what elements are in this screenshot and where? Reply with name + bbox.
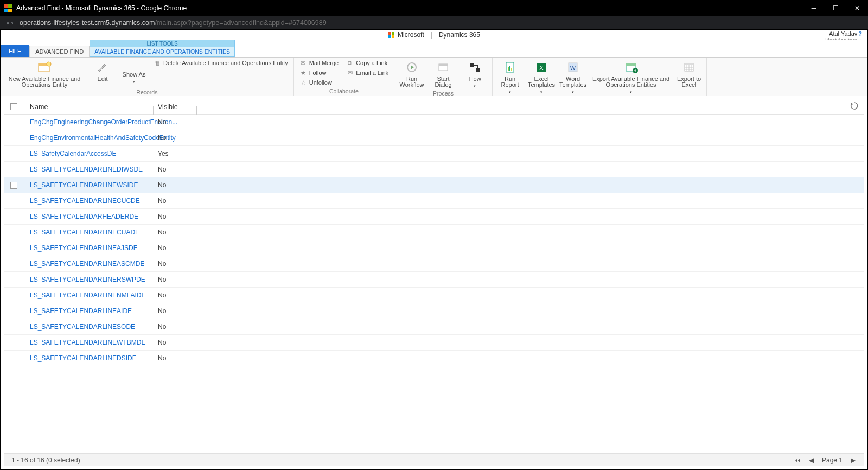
excel-templates-button[interactable]: X Excel Templates▾: [527, 59, 556, 96]
svg-rect-17: [626, 63, 636, 66]
edit-icon: [95, 60, 110, 75]
svg-text:W: W: [570, 65, 576, 71]
follow-button[interactable]: ★Follow: [297, 68, 341, 77]
table-row[interactable]: LS_SAFETYCALENDARLINEDSIDENo: [4, 351, 864, 366]
entity-link[interactable]: LS_SAFETYCALENDARLINECUADE: [30, 228, 139, 236]
brand-microsoft: Microsoft: [398, 31, 424, 39]
table-row[interactable]: LS_SafetyCalendarAccessDEYes: [4, 146, 864, 162]
entity-link[interactable]: LS_SAFETYCALENDARLINENMFAIDE: [30, 291, 145, 299]
entity-link[interactable]: LS_SAFETYCALENDARLINEAJSDE: [30, 244, 138, 252]
table-row[interactable]: LS_SAFETYCALENDARLINEAJSDENo: [4, 240, 864, 256]
brand-separator: |: [431, 31, 432, 39]
tab-available-entities[interactable]: AVAILABLE FINANCE AND OPERATIONS ENTITIE…: [90, 47, 234, 56]
run-report-button[interactable]: Run Report▾: [496, 59, 524, 96]
grid-header: Name Visible: [4, 99, 864, 115]
svg-rect-11: [511, 68, 512, 71]
row-checkbox[interactable]: [10, 182, 17, 189]
ribbon-group-data: Run Report▾ X Excel Templates▾ W Word Te…: [493, 58, 707, 96]
site-security-icon[interactable]: ⧟: [5, 19, 14, 27]
window-app-icon: [3, 4, 12, 12]
export-excel-button[interactable]: Export to Excel: [675, 59, 703, 89]
email-link-icon: ✉: [346, 69, 354, 77]
show-as-icon: [126, 60, 142, 71]
edit-button[interactable]: Edit: [88, 59, 117, 83]
table-row[interactable]: LS_SAFETYCALENDARHEADERDENo: [4, 209, 864, 225]
export-entities-button[interactable]: Export Available Finance and Operations …: [590, 59, 672, 96]
start-dialog-button[interactable]: Start Dialog: [429, 59, 457, 89]
grid-body[interactable]: EngChgEngineeringChangeOrderProductEnvir…: [4, 115, 864, 453]
visible-cell: No: [154, 197, 197, 205]
dynamics-app: Microsoft | Dynamics 365 Atul Yadav? lif…: [0, 29, 868, 470]
column-header-name[interactable]: Name: [25, 103, 154, 111]
refresh-icon[interactable]: [850, 101, 859, 110]
user-name: Atul Yadav: [829, 30, 857, 37]
table-row[interactable]: LS_SAFETYCALENDARLINEASCMDENo: [4, 256, 864, 272]
minimize-button[interactable]: ─: [810, 5, 817, 11]
group-label-collaborate: Collaborate: [329, 88, 359, 96]
visible-cell: No: [154, 307, 197, 315]
table-row[interactable]: LS_SAFETYCALENDARLINENMFAIDENo: [4, 288, 864, 303]
prev-page-button[interactable]: ◀: [808, 456, 815, 464]
tab-advanced-find[interactable]: ADVANCED FIND: [29, 46, 90, 57]
tab-file[interactable]: FILE: [1, 45, 29, 57]
table-row[interactable]: EngChgEngineeringChangeOrderProductEnvir…: [4, 115, 864, 130]
visible-cell: No: [154, 291, 197, 299]
entity-link[interactable]: LS_SAFETYCALENDARLINECUCDE: [30, 197, 140, 205]
tab-context-list-tools[interactable]: LIST TOOLS AVAILABLE FINANCE AND OPERATI…: [90, 40, 235, 57]
flow-button[interactable]: Flow ▾: [461, 59, 489, 90]
table-row[interactable]: EngChgEnvironmentalHealthAndSafetyCodeEn…: [4, 130, 864, 146]
grid-footer: 1 - 16 of 16 (0 selected) ⏮ ◀ Page 1 ▶: [4, 453, 864, 466]
help-icon[interactable]: ?: [858, 30, 862, 37]
mail-merge-button[interactable]: ✉Mail Merge: [297, 59, 341, 67]
entity-link[interactable]: LS_SAFETYCALENDARLINESODE: [30, 323, 135, 331]
entity-link[interactable]: LS_SAFETYCALENDARLINERSWPDE: [30, 276, 145, 283]
entity-link[interactable]: LS_SAFETYCALENDARLINEWSIDE: [30, 181, 138, 189]
table-row[interactable]: LS_SAFETYCALENDARLINECUADENo: [4, 225, 864, 240]
copy-link-button[interactable]: ⧉Copy a Link: [344, 59, 391, 67]
mail-merge-icon: ✉: [299, 59, 307, 67]
table-row[interactable]: LS_SAFETYCALENDARLINEDIWSDENo: [4, 162, 864, 177]
page-label: Page 1: [822, 456, 843, 464]
entity-link[interactable]: LS_SAFETYCALENDARLINEDIWSDE: [30, 166, 143, 173]
column-header-visible[interactable]: Visible: [154, 103, 197, 111]
entity-link[interactable]: LS_SAFETYCALENDARHEADERDE: [30, 213, 138, 220]
table-row[interactable]: LS_SAFETYCALENDARLINESODENo: [4, 319, 864, 335]
visible-cell: No: [154, 354, 197, 362]
entity-link[interactable]: LS_SAFETYCALENDARLINEASCMDE: [30, 260, 144, 268]
word-templates-button[interactable]: W Word Templates▾: [559, 59, 587, 96]
results-grid: Name Visible EngChgEngineeringChangeOrde…: [1, 96, 867, 469]
svg-rect-7: [476, 68, 480, 72]
email-link-button[interactable]: ✉Email a Link: [344, 68, 391, 77]
close-button[interactable]: ✕: [854, 5, 860, 11]
table-row[interactable]: LS_SAFETYCALENDARLINEWSIDENo: [4, 177, 864, 193]
table-row[interactable]: LS_SAFETYCALENDARLINEAIDENo: [4, 303, 864, 319]
select-all-checkbox[interactable]: [10, 103, 17, 110]
show-as-button[interactable]: Show As ▾: [120, 59, 148, 86]
export-excel-icon: [681, 60, 697, 75]
visible-cell: No: [154, 339, 197, 346]
brand-bar: Microsoft | Dynamics 365 Atul Yadav? lif…: [1, 30, 867, 40]
window-title: Advanced Find - Microsoft Dynamics 365 -…: [16, 4, 187, 12]
table-row[interactable]: LS_SAFETYCALENDARLINEWTBMDENo: [4, 335, 864, 351]
entity-link[interactable]: LS_SAFETYCALENDARLINEWTBMDE: [30, 339, 145, 346]
entity-link[interactable]: LS_SAFETYCALENDARLINEAIDE: [30, 307, 132, 315]
delete-entity-button[interactable]: 🗑 Delete Available Finance and Operation…: [151, 59, 290, 67]
maximize-button[interactable]: ☐: [832, 5, 839, 11]
copy-link-icon: ⧉: [346, 59, 354, 67]
unfollow-button[interactable]: ☆Unfollow: [297, 78, 341, 87]
excel-icon: X: [534, 60, 549, 75]
first-page-button[interactable]: ⏮: [794, 456, 801, 464]
chrome-address-bar: ⧟ operations-lifestyles-test.crm5.dynami…: [0, 16, 868, 29]
entity-link[interactable]: LS_SafetyCalendarAccessDE: [30, 150, 116, 157]
table-row[interactable]: LS_SAFETYCALENDARLINERSWPDENo: [4, 272, 864, 288]
entity-link[interactable]: LS_SAFETYCALENDARLINEDSIDE: [30, 354, 137, 362]
visible-cell: No: [154, 181, 197, 189]
table-row[interactable]: LS_SAFETYCALENDARLINECUCDENo: [4, 193, 864, 209]
next-page-button[interactable]: ▶: [849, 456, 857, 464]
ribbon-group-collaborate: ✉Mail Merge ★Follow ☆Unfollow ⧉Copy a Li…: [294, 58, 394, 96]
run-workflow-button[interactable]: Run Workflow: [398, 59, 426, 89]
delete-icon: 🗑: [154, 59, 161, 67]
new-entity-button[interactable]: New Available Finance and Operations Ent…: [4, 59, 85, 89]
brand-product: Dynamics 365: [439, 31, 480, 39]
unfollow-icon: ☆: [299, 79, 307, 86]
